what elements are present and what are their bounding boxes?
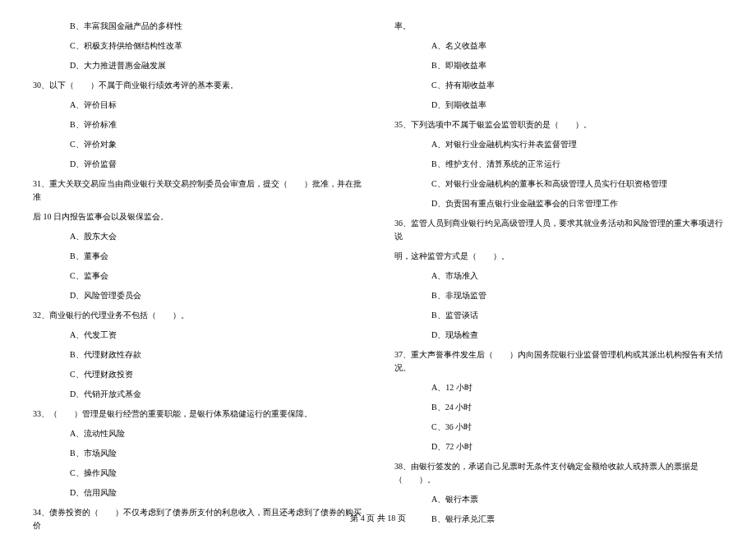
q32-option-d: D、代销开放式基金 [33,384,362,404]
page-container: B、丰富我国金融产品的多样性 C、积极支持供给侧结构性改革 D、大力推进普惠金融… [0,0,756,534]
q36-text: 36、监管人员到商业银行约见高级管理人员，要求其就业务活动和风险管理的重大事项进… [394,214,723,246]
q34-option-b: B、即期收益率 [394,56,723,76]
q33-option-b: B、市场风险 [33,444,362,463]
q33-option-c: C、操作风险 [33,463,362,483]
q32-option-b: B、代理财政性存款 [33,345,362,365]
q36-option-b: B、非现场监管 [394,286,723,306]
q38-option-c: C、支票 [394,529,723,534]
q33-option-d: D、信用风险 [33,483,362,503]
q34-option-a: A、名义收益率 [394,36,723,56]
q38-text: 38、由银行签发的，承诺自己见票时无条件支付确定金额给收款人或持票人的票据是（ … [394,457,723,490]
page-footer: 第 4 页 共 18 页 [0,513,756,524]
q32-option-c: C、代理财政投资 [33,365,362,384]
q35-option-c: C、对银行业金融机构的董事长和高级管理人员实行任职资格管理 [394,174,723,194]
q36-option-a: A、市场准入 [394,266,723,286]
right-column: 率。 A、名义收益率 B、即期收益率 C、持有期收益率 D、到期收益率 35、下… [378,16,731,509]
q36-option-d: D、现场检查 [394,325,723,345]
q31-text: 31、重大关联交易应当由商业银行关联交易控制委员会审查后，提交（ ）批准，并在批… [33,174,362,207]
q30-option-c: C、评价对象 [33,135,362,154]
q30-option-d: D、评价监督 [33,154,362,174]
q35-option-a: A、对银行业金融机构实行并表监督管理 [394,135,723,154]
left-column: B、丰富我国金融产品的多样性 C、积极支持供给侧结构性改革 D、大力推进普惠金融… [25,16,378,509]
q37-option-d: D、72 小时 [394,437,723,457]
q34-option-d: D、到期收益率 [394,95,723,115]
q31-option-c: C、监事会 [33,266,362,286]
q31-option-d: D、风险管理委员会 [33,286,362,306]
q36-text-cont: 明，这种监管方式是（ ）。 [394,246,723,266]
q35-option-d: D、负责国有重点银行业金融监事会的日常管理工作 [394,194,723,214]
q38-option-a: A、银行本票 [394,490,723,509]
q35-option-b: B、维护支付、清算系统的正常运行 [394,154,723,174]
q35-text: 35、下列选项中不属于银监会监管职责的是（ ）。 [394,115,723,135]
q29-option-b: B、丰富我国金融产品的多样性 [33,16,362,36]
q30-option-a: A、评价目标 [33,95,362,115]
q34-option-c: C、持有期收益率 [394,76,723,95]
q36-option-c: B、监管谈话 [394,306,723,325]
q31-text-cont: 后 10 日内报告监事会以及银保监会。 [33,207,362,227]
q33-option-a: A、流动性风险 [33,424,362,444]
q32-text: 32、商业银行的代理业务不包括（ ）。 [33,306,362,325]
q34-cont: 率。 [394,16,723,36]
q30-text: 30、以下（ ）不属于商业银行绩效考评的基本要素。 [33,76,362,95]
q29-option-c: C、积极支持供给侧结构性改革 [33,36,362,56]
q37-option-a: A、12 小时 [394,378,723,398]
q37-option-b: B、24 小时 [394,398,723,417]
q33-text: 33、（ ）管理是银行经营的重要职能，是银行体系稳健运行的重要保障。 [33,404,362,424]
q31-option-a: A、股东大会 [33,227,362,246]
q37-option-c: C、36 小时 [394,417,723,437]
q30-option-b: B、评价标准 [33,115,362,135]
q29-option-d: D、大力推进普惠金融发展 [33,56,362,76]
q37-text: 37、重大声誉事件发生后（ ）内向国务院银行业监督管理机构或其派出机构报告有关情… [394,345,723,378]
q31-option-b: B、董事会 [33,246,362,266]
q32-option-a: A、代发工资 [33,325,362,345]
